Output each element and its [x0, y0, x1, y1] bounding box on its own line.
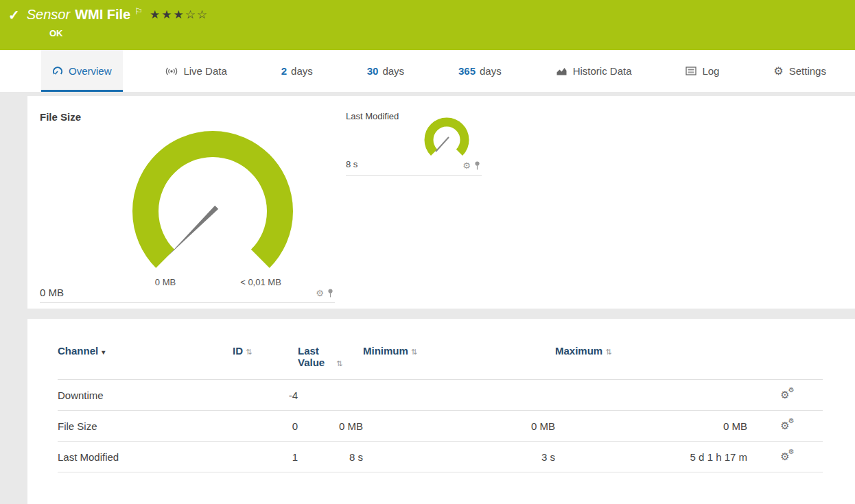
column-header-maximum-label: Maximum [555, 345, 602, 357]
cell-id: 1 [233, 442, 298, 472]
file-size-gauge-pin-icon[interactable] [327, 289, 333, 298]
gauges-panel: File Size 0 MB < 0,01 MB 0 MB ⚙ Last Mod… [27, 96, 855, 309]
live-data-broadcast-icon [165, 67, 178, 76]
last-modified-gauge-settings-icon[interactable]: ⚙ [462, 160, 471, 171]
cell-channel: Downtime [58, 380, 233, 411]
tab-live-data-label: Live Data [183, 65, 226, 77]
file-size-gauge-title: File Size [40, 106, 335, 123]
historic-data-chart-icon [556, 67, 567, 76]
file-size-gauge-min-label: 0 MB [155, 277, 176, 287]
status-ok-check-icon: ✓ [8, 7, 20, 23]
tab-2-days-number: 2 [281, 65, 287, 77]
priority-stars[interactable]: ★★★☆☆ [150, 8, 209, 22]
sort-icon: ⇅ [246, 348, 252, 356]
tab-365-days[interactable]: 365 days [447, 50, 513, 92]
tab-365-days-number: 365 [458, 65, 476, 77]
channel-settings-gear-icon[interactable]: ⚙⚙ [780, 389, 789, 401]
cell-id: -4 [233, 380, 298, 411]
file-size-gauge-max-label: < 0,01 MB [240, 277, 281, 287]
cell-channel: File Size [58, 411, 233, 442]
file-size-current-value: 0 MB [40, 287, 64, 298]
column-header-last-value[interactable]: Last Value⇅ [298, 341, 363, 380]
cell-last-value: 8 s [298, 442, 363, 472]
tab-historic-data[interactable]: Historic Data [545, 50, 643, 92]
file-size-gauge-settings-icon[interactable]: ⚙ [316, 288, 324, 298]
channel-settings-gear-icon[interactable]: ⚙⚙ [780, 420, 789, 432]
column-header-id[interactable]: ID⇅ [233, 341, 298, 380]
tab-settings[interactable]: ⚙ Settings [762, 50, 837, 92]
sort-icon: ⇅ [411, 348, 417, 356]
cell-minimum [363, 380, 555, 411]
channels-table: Channel▾ ID⇅ Last Value⇅ Minimum⇅ Maximu… [58, 341, 823, 472]
tab-log-label: Log [702, 65, 719, 77]
sort-icon: ⇅ [336, 359, 342, 368]
channels-panel: Channel▾ ID⇅ Last Value⇅ Minimum⇅ Maximu… [27, 319, 855, 504]
file-size-gauge [103, 125, 323, 273]
tab-historic-data-label: Historic Data [573, 65, 632, 77]
column-header-id-label: ID [233, 345, 243, 357]
sort-icon: ⇅ [605, 348, 611, 356]
tab-overview[interactable]: Overview [41, 50, 123, 92]
cell-maximum [555, 380, 747, 411]
sensor-status-badge: OK [49, 28, 855, 38]
column-header-last-value-label: Last Value [298, 345, 333, 368]
channel-settings-gear-icon[interactable]: ⚙⚙ [780, 451, 789, 463]
tab-settings-label: Settings [789, 65, 826, 77]
tab-30-days-number: 30 [367, 65, 379, 77]
column-header-maximum[interactable]: Maximum⇅ [555, 341, 747, 380]
settings-gear-icon: ⚙ [773, 64, 783, 77]
column-header-channel[interactable]: Channel▾ [58, 341, 233, 380]
last-modified-current-value: 8 s [346, 159, 358, 169]
cell-last-value [298, 380, 363, 411]
flag-icon[interactable]: ⚐ [134, 6, 143, 16]
last-modified-gauge-tile[interactable]: Last Modified 8 s ⚙ [346, 106, 482, 176]
tab-overview-label: Overview [69, 65, 112, 77]
last-modified-gauge [416, 114, 478, 159]
column-header-minimum[interactable]: Minimum⇅ [363, 341, 555, 380]
table-row: Downtime -4 ⚙⚙ [58, 380, 823, 411]
tab-live-data[interactable]: Live Data [154, 50, 237, 92]
cell-minimum: 0 MB [363, 411, 555, 442]
log-list-icon [686, 67, 696, 75]
cell-maximum: 0 MB [555, 411, 747, 442]
tab-30-days[interactable]: 30 days [356, 50, 415, 92]
sensor-header: ✓ Sensor WMI File ⚐ ★★★☆☆ OK [0, 0, 855, 50]
tab-2-days[interactable]: 2 days [270, 50, 324, 92]
tab-log[interactable]: Log [675, 50, 730, 92]
sensor-name: WMI File [75, 7, 130, 23]
tab-30-days-label: days [382, 65, 404, 77]
tab-2-days-label: days [291, 65, 313, 77]
cell-last-value: 0 MB [298, 411, 363, 442]
sorted-desc-caret-icon: ▾ [102, 348, 105, 356]
column-header-minimum-label: Minimum [363, 345, 408, 357]
cell-maximum: 5 d 1 h 17 m [555, 442, 747, 472]
file-size-gauge-tile[interactable]: File Size 0 MB < 0,01 MB 0 MB ⚙ [40, 106, 335, 303]
tab-365-days-label: days [480, 65, 502, 77]
last-modified-gauge-pin-icon[interactable] [474, 161, 480, 170]
cell-minimum: 3 s [363, 442, 555, 472]
column-header-channel-label: Channel [58, 345, 98, 357]
main-content: File Size 0 MB < 0,01 MB 0 MB ⚙ Last Mod… [0, 92, 855, 504]
overview-gauge-icon [52, 66, 63, 76]
column-header-actions [747, 341, 823, 380]
cell-id: 0 [233, 411, 298, 442]
sensor-type-label: Sensor [27, 7, 70, 23]
table-row: Last Modified 1 8 s 3 s 5 d 1 h 17 m ⚙⚙ [58, 442, 823, 472]
tab-bar: Overview Live Data 2 days 30 days 365 da… [0, 50, 855, 92]
cell-channel: Last Modified [58, 442, 233, 472]
table-row: File Size 0 0 MB 0 MB 0 MB ⚙⚙ [58, 411, 823, 442]
